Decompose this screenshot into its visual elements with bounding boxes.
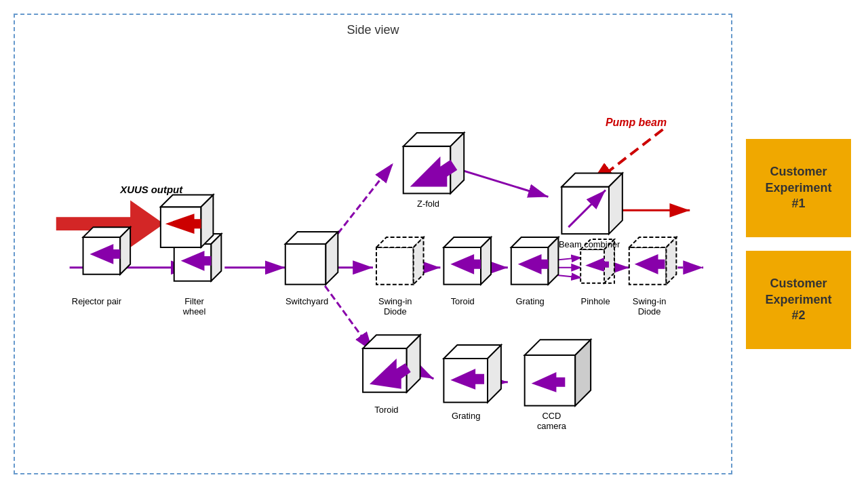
beam-combiner-label: Beam combiner bbox=[559, 239, 620, 249]
swing-in-diode-1-label: Swing-in bbox=[378, 296, 412, 306]
diagram-area: Side view bbox=[14, 14, 732, 474]
pump-beam-label: Pump beam bbox=[606, 117, 667, 128]
svg-text:Diode: Diode bbox=[638, 306, 661, 317]
toroid-1-label: Toroid bbox=[451, 296, 475, 306]
svg-text:camera: camera bbox=[537, 421, 567, 431]
grating-1-label: Grating bbox=[515, 296, 544, 306]
rejector-pair-label: Rejector pair bbox=[72, 296, 122, 306]
right-panel: Customer Experiment #1 Customer Experime… bbox=[746, 139, 854, 349]
xuus-output-label: XUUS output bbox=[119, 184, 183, 195]
customer-experiment-2: Customer Experiment #2 bbox=[746, 251, 851, 349]
customer-experiment-1: Customer Experiment #1 bbox=[746, 139, 851, 237]
svg-text:Diode: Diode bbox=[384, 306, 407, 317]
svg-rect-33 bbox=[285, 244, 326, 285]
z-fold-label: Z-fold bbox=[417, 199, 439, 209]
toroid-2-label: Toroid bbox=[374, 405, 398, 415]
switchyard-label: Switchyard bbox=[285, 296, 328, 306]
main-container: Side view bbox=[0, 0, 868, 488]
diagram-svg: XUUS output Pump beam Rejector pair Filt… bbox=[15, 15, 731, 473]
ccd-camera-label: CCD bbox=[542, 411, 561, 421]
svg-line-8 bbox=[319, 278, 373, 352]
svg-line-10 bbox=[460, 170, 548, 197]
experiment-1-label: Customer Experiment #1 bbox=[765, 164, 831, 211]
swing-in-diode-2-label: Swing-in bbox=[633, 296, 667, 306]
experiment-2-label: Customer Experiment #2 bbox=[765, 276, 831, 323]
svg-text:wheel: wheel bbox=[182, 306, 206, 317]
svg-rect-36 bbox=[376, 247, 414, 285]
pinhole-label: Pinhole bbox=[581, 296, 610, 306]
filter-wheel-label: Filter bbox=[184, 296, 204, 306]
grating-2-label: Grating bbox=[452, 411, 480, 421]
